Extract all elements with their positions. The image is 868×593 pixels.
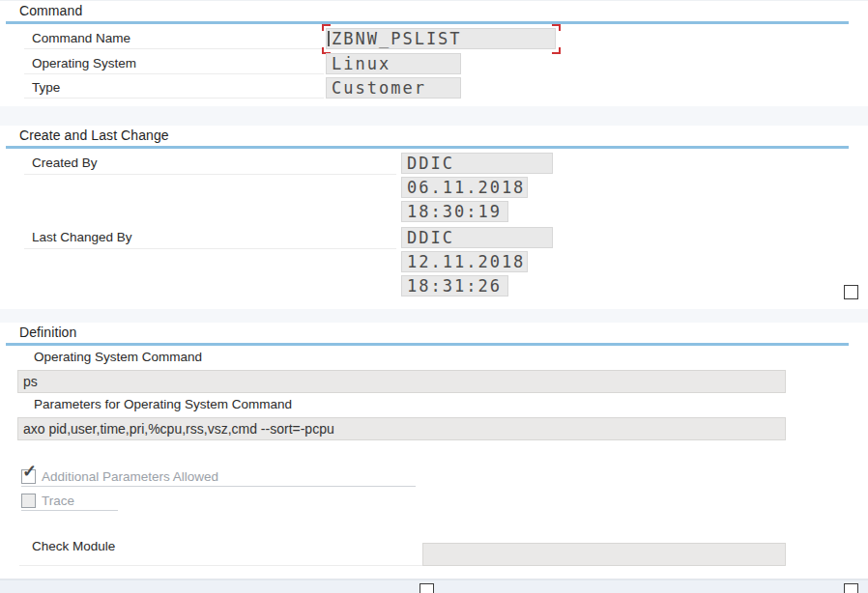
trace-label: Trace — [42, 494, 74, 508]
section-create-last-change: Create and Last Change Created By DDIC 0… — [0, 126, 868, 309]
type-label: Type — [32, 80, 60, 95]
row-divider — [24, 73, 324, 74]
additional-parameters-label: Additional Parameters Allowed — [42, 469, 218, 484]
row-divider — [24, 48, 324, 49]
created-time-field[interactable]: 18:30:19 — [401, 201, 508, 222]
section-definition: Definition Operating System Command ps P… — [0, 323, 868, 579]
operating-system-field[interactable]: Linux — [326, 53, 461, 74]
section-audit-divider — [6, 146, 849, 149]
additional-parameters-checkbox[interactable]: ✓ Additional Parameters Allowed — [21, 468, 418, 486]
changed-by-user-field[interactable]: DDIC — [401, 227, 553, 248]
type-field[interactable]: Customer — [326, 77, 461, 99]
created-date-field[interactable]: 06.11.2018 — [401, 177, 528, 198]
command-name-label: Command Name — [32, 31, 130, 45]
edge-checkbox[interactable] — [844, 583, 858, 593]
check-module-field[interactable] — [422, 543, 786, 566]
row-divider — [19, 565, 422, 566]
checkbox-box — [21, 494, 36, 508]
changed-time-field[interactable]: 18:31:26 — [401, 275, 508, 296]
section-definition-divider — [6, 343, 849, 346]
section-gap — [0, 106, 868, 126]
trace-checkbox[interactable]: Trace — [21, 493, 128, 510]
section-audit-title: Create and Last Change — [19, 127, 169, 143]
os-command-label: Operating System Command — [34, 350, 202, 364]
changed-date-field[interactable]: 12.11.2018 — [401, 251, 528, 272]
sm69-command-detail-page: Command Command Name ZBNW_PSLIST Operati… — [0, 0, 868, 593]
section-gap — [0, 309, 868, 323]
row-divider — [24, 98, 324, 99]
parameters-label: Parameters for Operating System Command — [34, 397, 292, 411]
text-cursor — [328, 31, 330, 46]
row-divider — [24, 174, 396, 175]
bottom-strip — [0, 579, 868, 593]
section-command-divider — [6, 21, 849, 24]
os-command-field[interactable]: ps — [17, 370, 786, 393]
row-divider — [21, 486, 416, 487]
row-divider — [24, 248, 396, 249]
section-command-title: Command — [19, 3, 82, 18]
checkmark-icon: ✓ — [22, 463, 37, 480]
operating-system-label: Operating System — [32, 56, 136, 71]
check-module-label: Check Module — [32, 539, 115, 553]
edge-checkbox[interactable] — [844, 285, 858, 299]
created-by-user-field[interactable]: DDIC — [401, 153, 553, 174]
last-changed-by-label: Last Changed By — [32, 230, 132, 244]
section-command: Command Command Name ZBNW_PSLIST Operati… — [0, 0, 868, 106]
section-definition-title: Definition — [19, 325, 76, 340]
edge-checkbox[interactable] — [420, 583, 434, 593]
command-name-field[interactable]: ZBNW_PSLIST — [326, 28, 556, 49]
parameters-field[interactable]: axo pid,user,time,pri,%cpu,rss,vsz,cmd -… — [17, 417, 786, 440]
row-divider — [21, 510, 118, 511]
created-by-label: Created By — [32, 155, 98, 170]
